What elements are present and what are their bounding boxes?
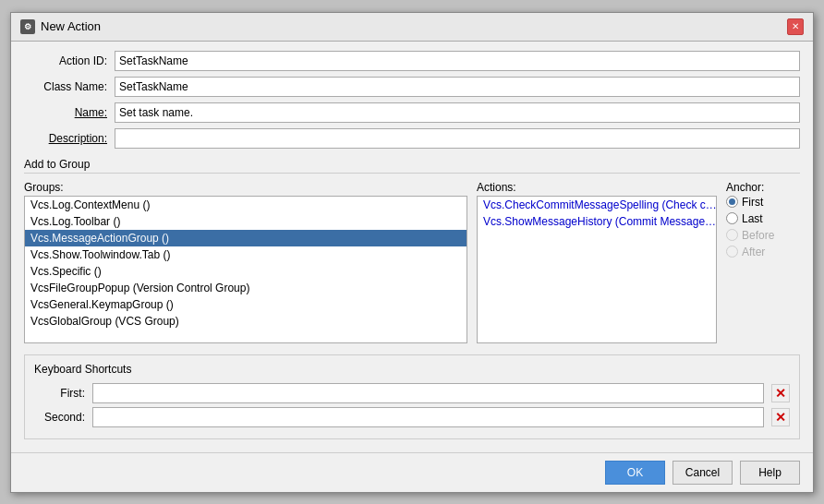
group-list-item[interactable]: VcsGeneral.KeymapGroup () xyxy=(25,296,467,313)
class-name-input[interactable] xyxy=(115,77,800,97)
dialog-footer: OK Cancel Help xyxy=(11,452,813,492)
keyboard-first-row: First: ✕ xyxy=(34,383,790,403)
keyboard-first-clear-button[interactable]: ✕ xyxy=(771,384,790,402)
radio-inner xyxy=(729,198,735,205)
radio-label: Last xyxy=(742,212,763,225)
action-id-label: Action ID: xyxy=(24,54,107,67)
group-list-item[interactable]: Vcs.Show.Toolwindow.Tab () xyxy=(25,246,467,263)
radio-label: After xyxy=(742,246,765,258)
close-button[interactable]: ✕ xyxy=(787,18,804,35)
group-list-item[interactable]: Vcs.Log.Toolbar () xyxy=(25,213,467,230)
action-id-input[interactable] xyxy=(115,51,800,71)
anchor-panel: Anchor: FirstLastBeforeAfter xyxy=(726,181,800,343)
action-list-item[interactable]: Vcs.ShowMessageHistory (Commit Message… xyxy=(478,213,716,230)
actions-listbox[interactable]: Vcs.CheckCommitMessageSpelling (Check c…… xyxy=(477,196,717,343)
clear-second-icon: ✕ xyxy=(775,410,786,425)
dialog-title: New Action xyxy=(41,19,101,33)
group-list-item[interactable]: Vcs.Specific () xyxy=(25,263,467,280)
groups-panel: Groups: Vcs.Log.ContextMenu ()Vcs.Log.To… xyxy=(24,181,467,343)
group-list-item[interactable]: Vcs.MessageActionGroup () xyxy=(25,230,467,246)
groups-area: Groups: Vcs.Log.ContextMenu ()Vcs.Log.To… xyxy=(24,181,800,343)
radio-outer xyxy=(726,229,738,241)
actions-label: Actions: xyxy=(477,181,717,194)
group-list-item[interactable]: Vcs.Log.ContextMenu () xyxy=(25,197,467,213)
keyboard-second-row: Second: ✕ xyxy=(34,407,790,427)
app-icon: ⚙ xyxy=(20,19,35,34)
ok-button[interactable]: OK xyxy=(605,461,665,485)
anchor-option-before: Before xyxy=(726,229,800,242)
radio-label: First xyxy=(742,196,763,209)
class-name-row: Class Name: xyxy=(24,77,800,97)
new-action-dialog: ⚙ New Action ✕ Action ID: Class Name: Na… xyxy=(10,12,814,493)
keyboard-shortcuts-section: Keyboard Shortcuts First: ✕ Second: ✕ xyxy=(24,354,800,439)
title-bar-left: ⚙ New Action xyxy=(20,19,101,34)
radio-outer xyxy=(726,196,738,208)
description-row: Description: xyxy=(24,128,800,149)
keyboard-second-input[interactable] xyxy=(92,407,764,427)
keyboard-second-label: Second: xyxy=(34,411,85,424)
clear-first-icon: ✕ xyxy=(775,386,786,401)
dialog-body: Action ID: Class Name: Name: Description… xyxy=(11,42,813,449)
add-to-group-header: Add to Group xyxy=(24,158,800,174)
anchor-option-last[interactable]: Last xyxy=(726,212,800,225)
name-row: Name: xyxy=(24,102,800,123)
groups-listbox[interactable]: Vcs.Log.ContextMenu ()Vcs.Log.Toolbar ()… xyxy=(24,196,467,343)
keyboard-second-clear-button[interactable]: ✕ xyxy=(771,408,790,426)
anchor-option-after: After xyxy=(726,246,800,258)
action-id-row: Action ID: xyxy=(24,51,800,71)
anchor-option-first[interactable]: First xyxy=(726,196,800,209)
radio-outer xyxy=(726,212,738,224)
keyboard-title: Keyboard Shortcuts xyxy=(34,363,790,376)
class-name-label: Class Name: xyxy=(24,80,107,93)
groups-label: Groups: xyxy=(24,181,467,194)
name-label: Name: xyxy=(24,106,107,119)
radio-label: Before xyxy=(742,229,774,242)
name-input[interactable] xyxy=(115,102,800,123)
actions-panel: Actions: Vcs.CheckCommitMessageSpelling … xyxy=(477,181,717,343)
anchor-label: Anchor: xyxy=(726,181,800,194)
help-button[interactable]: Help xyxy=(740,461,800,485)
keyboard-first-input[interactable] xyxy=(92,383,764,403)
radio-outer xyxy=(726,246,738,258)
action-list-item[interactable]: Vcs.CheckCommitMessageSpelling (Check c… xyxy=(478,197,716,213)
description-input[interactable] xyxy=(115,128,800,149)
group-list-item[interactable]: VcsFileGroupPopup (Version Control Group… xyxy=(25,280,467,296)
keyboard-first-label: First: xyxy=(34,387,85,400)
cancel-button[interactable]: Cancel xyxy=(673,461,733,485)
group-list-item[interactable]: VcsGlobalGroup (VCS Group) xyxy=(25,313,467,330)
description-label: Description: xyxy=(24,132,107,145)
title-bar: ⚙ New Action ✕ xyxy=(11,13,813,42)
